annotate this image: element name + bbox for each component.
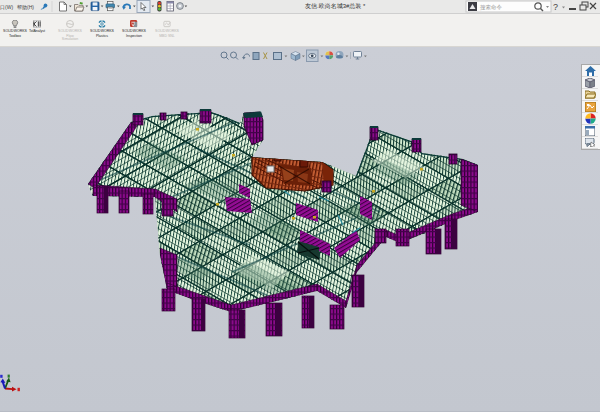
svg-text:友信.欧尚名城3#总装 *: 友信.欧尚名城3#总装 * [305,2,366,10]
svg-text:搜索命令: 搜索命令 [480,4,503,11]
svg-text:?: ? [553,2,558,12]
